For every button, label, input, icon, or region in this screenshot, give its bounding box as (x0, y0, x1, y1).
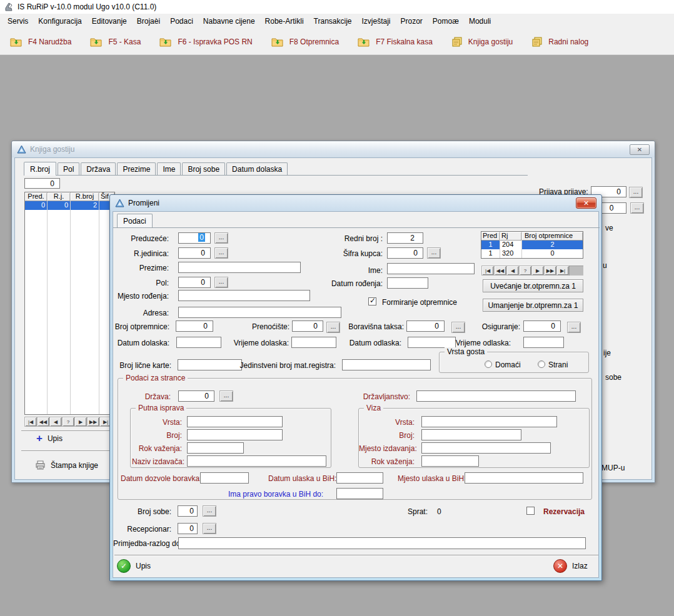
putna-broj-field[interactable] (187, 429, 283, 440)
toolbar-f8-otpremnica[interactable]: F8 Otpremnica (271, 37, 339, 47)
strani-radio[interactable] (538, 360, 545, 368)
ellipsis-button[interactable]: ... (203, 505, 216, 517)
grid-cell[interactable]: 1 (481, 241, 500, 249)
otpremnice-grid[interactable]: Pred 1 1 Rj 204 320 Broj otpremnice 2 0 (481, 231, 583, 259)
drzava-field[interactable] (178, 390, 214, 402)
menu-brojaci[interactable]: Brojaèi (132, 14, 165, 28)
nav-last-button[interactable]: ▶| (556, 266, 569, 276)
nav-next-page-button[interactable]: ▶▶ (87, 417, 99, 427)
vrijeme-odlaska-field[interactable] (523, 337, 564, 348)
putna-naziv-field[interactable] (187, 455, 326, 467)
prezime-field[interactable] (178, 262, 301, 273)
toolbar-f5-kasa[interactable]: F5 - Kasa (90, 37, 141, 47)
datum-ulaska-field[interactable] (336, 472, 383, 484)
app-titlebar[interactable]: IS RuRiP v-10.0 modul Ugo v10.0 (C11.0) (0, 0, 674, 14)
putna-vrsta-field[interactable] (187, 416, 283, 427)
dialog-izlaz-button[interactable]: ✕ Izlaz (553, 559, 588, 573)
mjesto-rodjenja-field[interactable] (178, 290, 310, 301)
grid-cell[interactable]: 0 (48, 201, 70, 210)
grid-cell[interactable]: 320 (500, 249, 521, 258)
ime-field[interactable] (387, 263, 475, 274)
stampa-knjige-button[interactable]: Štampa knjige (35, 460, 98, 470)
grid-cell[interactable]: 1 (481, 249, 500, 258)
viza-vrsta-field[interactable] (421, 416, 557, 427)
broj-sobe-field[interactable] (178, 505, 198, 517)
nav-prior-page-button[interactable]: ◀◀ (37, 417, 49, 427)
jmbg-field[interactable] (342, 359, 431, 370)
broj-licne-karte-field[interactable] (178, 359, 242, 370)
broj-otpremnice-field[interactable] (176, 320, 213, 332)
column-header[interactable]: R.j. (48, 192, 70, 201)
ellipsis-button[interactable]: ... (214, 247, 228, 259)
tab-pol[interactable]: Pol (58, 162, 79, 175)
mjesto-ulaska-field[interactable] (465, 472, 583, 484)
nav-first-button[interactable]: |◀ (481, 266, 494, 276)
tab-datum-dolaska[interactable]: Datum dolaska (226, 162, 288, 175)
nav-first-button[interactable]: |◀ (24, 417, 37, 427)
nav-next-button[interactable]: ▶ (74, 417, 87, 427)
boravisna-taksa-field[interactable] (406, 320, 445, 332)
datum-dolaska-field[interactable] (176, 337, 221, 348)
ellipsis-button[interactable]: ... (214, 277, 228, 288)
dialog-upis-button[interactable]: ✓ Upis (117, 559, 151, 573)
rjedinica-field[interactable] (178, 247, 211, 259)
toolbar-f7-fiskalna-kasa[interactable]: F7 Fiskalna kasa (358, 37, 433, 47)
upis-button[interactable]: + Upis (36, 433, 63, 444)
ellipsis-button[interactable]: ... (567, 322, 581, 333)
menu-servis[interactable]: Servis (3, 14, 33, 28)
uvecanje-button[interactable]: Uvećanje br.otpremn.za 1 (483, 279, 583, 292)
grid-cell[interactable]: 0 (522, 249, 583, 258)
menu-pomoc[interactable]: Pomoæ (428, 14, 464, 28)
datum-dozvole-field[interactable] (200, 472, 249, 484)
sifra-kupca-field[interactable] (387, 247, 423, 259)
nav-next-button[interactable]: ▶ (531, 266, 544, 276)
rezervacija-checkbox[interactable] (526, 507, 535, 515)
nav-prior-button[interactable]: ◀ (506, 266, 519, 276)
knjiga-gostiju-titlebar[interactable]: Knjiga gostiju ✕ (12, 141, 655, 157)
nav-next-page-button[interactable]: ▶▶ (544, 266, 556, 276)
menu-prozor[interactable]: Prozor (396, 14, 428, 28)
ellipsis-button[interactable]: ... (629, 187, 643, 198)
guest-grid[interactable]: Pred. 0 R.j. 0 R.broj 2 Šif (24, 192, 115, 415)
ellipsis-button[interactable]: ... (630, 202, 644, 214)
ellipsis-button[interactable]: ... (219, 390, 233, 402)
prenociste-field[interactable] (292, 320, 323, 332)
menu-izvjestaji[interactable]: Izvještaji (357, 14, 396, 28)
search-filter-input[interactable] (24, 178, 60, 189)
menu-konfiguracija[interactable]: Konfiguracija (33, 14, 86, 28)
tab-podaci[interactable]: Podaci (117, 214, 153, 227)
toolbar-f6-ispravka-pos-rn[interactable]: F6 - Ispravka POS RN (159, 37, 252, 47)
nav-prior-page-button[interactable]: ◀◀ (494, 266, 506, 276)
redni-broj-field[interactable] (387, 232, 423, 244)
toolbar-knjiga-gostiju[interactable]: Knjiga gostiju (451, 37, 513, 47)
umanjenje-button[interactable]: Umanjenje br.otpremn.za 1 (483, 299, 583, 312)
preduzece-field[interactable]: 0 (178, 232, 211, 244)
grid-cell[interactable]: 2 (71, 201, 99, 210)
menu-nabavne-cijene[interactable]: Nabavne cijene (198, 14, 260, 28)
viza-broj-field[interactable] (421, 429, 521, 440)
formiranje-otpremnice-checkbox[interactable] (368, 297, 376, 306)
toolbar-radni-nalog[interactable]: Radni nalog (531, 37, 588, 47)
pravo-boravka-field[interactable] (336, 488, 383, 499)
menu-transakcije[interactable]: Transakcije (309, 14, 357, 28)
viza-rok-field[interactable] (421, 455, 479, 467)
nav-refresh-button[interactable]: ? (519, 266, 531, 276)
nav-refresh-button[interactable]: ? (62, 417, 74, 427)
viza-mjesto-field[interactable] (421, 442, 551, 454)
tab-drzava[interactable]: Država (81, 162, 116, 175)
grid-cell[interactable]: 0 (25, 201, 47, 210)
tab-rbroj[interactable]: R.broj (24, 162, 56, 176)
menu-moduli[interactable]: Moduli (464, 14, 496, 28)
grid-cell[interactable]: 2 (522, 241, 583, 249)
domaci-radio[interactable] (485, 360, 492, 368)
ellipsis-button[interactable]: ... (451, 322, 465, 333)
osiguranje-field[interactable] (523, 320, 561, 332)
column-header[interactable]: Pred. (25, 192, 47, 201)
ellipsis-button[interactable]: ... (214, 232, 228, 244)
column-header[interactable]: R.broj (71, 192, 99, 201)
recepcionar-field[interactable] (178, 523, 198, 534)
menu-editovanje[interactable]: Editovanje (87, 14, 132, 28)
close-icon[interactable]: ✕ (576, 197, 596, 209)
datum-rodjenja-field[interactable] (387, 277, 428, 289)
grid-cell[interactable]: 204 (500, 241, 521, 249)
